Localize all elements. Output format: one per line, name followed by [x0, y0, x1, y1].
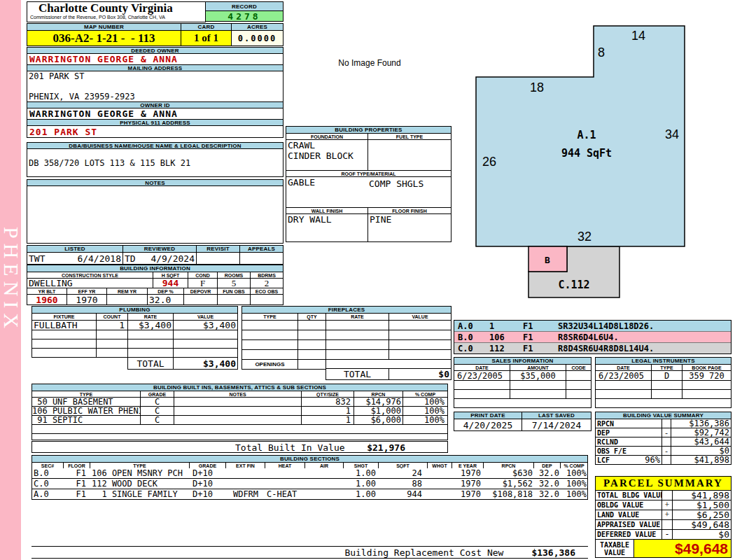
built-ins-grade: C [141, 416, 174, 425]
value-summary-row: OBS F/E - $0 [596, 447, 732, 456]
last-saved-value: 7/14/2024 [522, 419, 592, 431]
fireplaces-total-label: TOTAL [326, 369, 389, 380]
floor-finish-value: PINE [368, 214, 451, 242]
fireplaces-openings-label: OPENINGS [242, 360, 298, 370]
title-block: Charlotte County Virginia Commissioner o… [27, 1, 206, 22]
taxable-value: $49,648 [634, 540, 732, 558]
ecoobs-label: ECO OBS [251, 288, 284, 295]
floor-finish-label: FLOOR FINISH [368, 208, 451, 214]
built-ins-notes [174, 398, 302, 407]
record-label: RECORD [206, 2, 284, 11]
built-ins-notes [174, 416, 302, 425]
built-ins-rpcn: $1,000 [354, 407, 403, 416]
building-sketch: 14 8 18 34 26 32 A.1 944 SqFt B C.112 [454, 0, 734, 320]
sales-row: 6/23/2005 $35,000 [454, 371, 592, 381]
built-ins-col-grade: GRADE [141, 391, 174, 398]
commissioner-line: Commissioner of the Revenue, PO Box 308,… [27, 15, 205, 20]
built-ins-col-type: TYPE [32, 391, 141, 398]
plumbing-total: TOTAL $3,400 [127, 357, 238, 370]
reviewed-label: REVIEWED [123, 246, 197, 253]
plumbing-row: FULLBATH 1 $3,400 $3,400 [32, 321, 238, 330]
sales-code [566, 371, 592, 381]
built-ins-col-rpcn: RPCN [354, 391, 403, 398]
built-ins-type: 50 UNF BASEMENT [32, 398, 141, 407]
built-ins-total-label: Total Built In Value [235, 442, 345, 453]
legend-row-b: B.0 106 F1 R8SR6D4L6U4. [454, 332, 731, 343]
parcel-summary-row: APPRAISED VALUE $49,648 [596, 520, 732, 530]
card-value: 1 of 1 [181, 31, 232, 46]
parcel-summary-row: TOTAL BLDG VALUE $41,898 [596, 491, 732, 500]
mailing-address-box: 201 PARK ST PHENIX, VA 23959-2923 [27, 71, 284, 102]
fireplaces-table: FIREPLACES TYPE QTY RATE VALUE OPENINGS [241, 306, 451, 370]
print-date-value: 4/20/2025 [454, 419, 522, 431]
effyr-value: 1970 [67, 295, 107, 305]
built-ins-comp: 100% [403, 407, 448, 416]
cond-value: F [188, 279, 218, 288]
roof-type: GABLE [288, 177, 315, 188]
funobs-value [218, 295, 251, 305]
dep-label: DEP % [148, 288, 184, 295]
owner-id-value: WARRINGTON GEORGE & ANNA [27, 108, 284, 120]
legend-row-a: A.0 1 F1 SR32U34L14D8L18D26. [454, 321, 731, 332]
sales-col-code: CODE [566, 365, 592, 371]
sales-date: 6/23/2005 [454, 371, 510, 381]
remyr-label: REM YR [107, 288, 148, 295]
building-info-title: BUILDING INFORMATION [27, 265, 284, 272]
visit-table: LISTED REVIEWED REVISIT APPEALS TWT 6/4/… [27, 245, 284, 265]
dim-right: 34 [665, 127, 679, 141]
building-sections-title: BUILDING SECTIONS [32, 456, 588, 463]
fireplaces-title: FIREPLACES [242, 307, 451, 314]
parcel-summary-table: PARCEL SUMMARY TOTAL BLDG VALUE $41,898 … [595, 476, 732, 558]
built-ins-qty: 1 [302, 407, 354, 416]
built-ins-row: 91 SEPTIC C 1 $6,000 100% [32, 416, 448, 425]
built-ins-rpcn: $6,000 [354, 416, 403, 425]
value-summary-title: BUILDING VALUE SUMMARY [596, 412, 732, 419]
funobs-label: FUN OBS [218, 288, 251, 295]
deeded-owner-value: WARRINGTON GEORGE & ANNA [27, 53, 284, 65]
fireplaces-col-qty: QTY [298, 314, 326, 321]
legal-row: 6/23/2005 D 359 720 [596, 371, 732, 381]
bdrms-value: 2 [251, 279, 284, 288]
foundation-value: CRAWL CINDER BLOCK [286, 140, 368, 171]
building-properties-title: BUILDING PROPERTIES [286, 127, 451, 134]
fuel-value [368, 140, 451, 171]
built-ins-row: 106 PULBIC WATER PHENIX C 1 $1,000 100% [32, 407, 448, 416]
built-ins-title: BUILDING BUILT INS, BASEMENTS, ATTICS & … [32, 384, 448, 391]
foundation-label: FOUNDATION [286, 134, 368, 140]
dim-bottom: 32 [578, 230, 592, 244]
property-record-card: PHENIX Charlotte County Virginia Commiss… [0, 0, 735, 560]
appeals-label: APPEALS [240, 246, 284, 253]
wall-finish-label: WALL FINISH [286, 208, 368, 214]
fireplaces-total-value: $0 [389, 369, 451, 380]
print-date-label: PRINT DATE [454, 412, 522, 419]
plumbing-col-value: VALUE [174, 314, 238, 321]
sidebar-town-label: PHENIX [0, 206, 23, 354]
plumbing-col-count: COUNT [97, 314, 128, 321]
dim-top: 14 [631, 29, 645, 43]
plumbing-col-rate: RATE [128, 314, 174, 321]
map-number-label: MAP NUMBER [27, 24, 181, 31]
built-ins-rpcn: $14,976 [354, 398, 403, 407]
built-ins-grade: C [141, 407, 174, 416]
reviewed-value: TD 4/9/2024 [123, 253, 197, 265]
listed-by: TWT [29, 253, 45, 264]
listed-label: LISTED [27, 246, 123, 253]
reviewed-by: TD [125, 253, 136, 264]
value-summary-table: BUILDING VALUE SUMMARY RPCN $136,386 DEP… [595, 412, 732, 465]
building-section-row: A.0 F1 1 SINGLE FAMILY D+10 WDFRM C-HEAT… [32, 489, 587, 500]
no-image-placeholder: No Image Found [286, 58, 454, 68]
acres-label: ACRES [232, 24, 284, 31]
legend-row-c: C.0 112 F1 R8D4SR6U4R8D8L14U4. [454, 343, 731, 354]
built-ins-grade: C [141, 398, 174, 407]
value-summary-row: RCLND $43,644 [596, 438, 732, 447]
card-label: CARD [181, 24, 232, 31]
built-ins-qty: 1 [302, 416, 354, 425]
building-sections-table: BUILDING SECTIONS SEC# FLOOR TYPE GRADE … [31, 455, 588, 469]
sales-col-amount: AMOUNT [510, 365, 566, 371]
legal-col-date: DATE [596, 365, 652, 371]
dim-left: 26 [482, 155, 496, 169]
legal-table: LEGAL INSTRUMENTS DATE TYPE BOOK PAGE 6/… [595, 357, 732, 408]
dim-notch: 8 [598, 46, 605, 59]
value-summary-row: RPCN $136,386 [596, 419, 732, 428]
roof-material: COMP SHGLS [369, 178, 424, 189]
